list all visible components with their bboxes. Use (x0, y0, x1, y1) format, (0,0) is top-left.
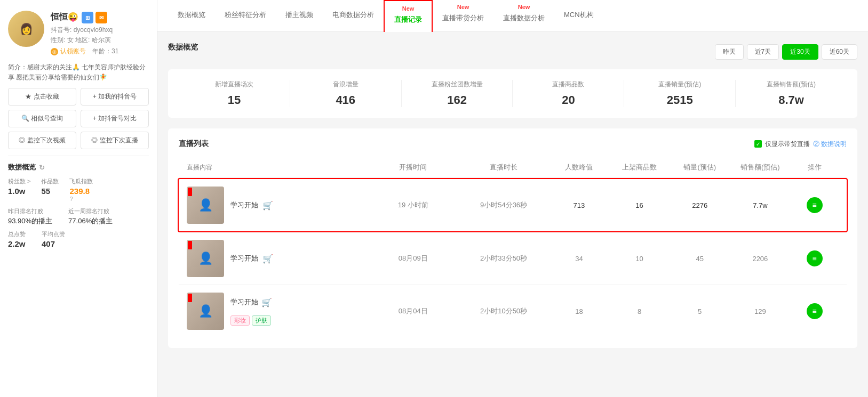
profile-gender-region: 性别: 女 地区: 哈尔滨 (51, 36, 118, 45)
grid-icon: ⊞ (82, 12, 93, 23)
row3-peak: 18 (549, 307, 609, 315)
row1-info: 学习开始 🛒 (230, 200, 273, 210)
card-new-lives: 新增直播场次 15 (179, 80, 290, 107)
row2-start-time: 08月09日 (368, 254, 458, 263)
row1-cart-icon: 🛒 (262, 200, 273, 210)
table-header: 直播内容 开播时间 直播时长 人数峰值 上架商品数 销量(预估) 销售额(预估)… (179, 157, 847, 178)
profile-age: 年龄：31 (92, 47, 118, 56)
profile-info: 恒恒😜 ⊞ ✉ 抖音号: dyocqvlo9hxq 性别: 女 地区: 哈尔滨 … (51, 11, 118, 56)
chat-icon: ✉ (95, 12, 107, 23)
monitor-live-button[interactable]: ◎ 监控下次直播 (81, 132, 149, 149)
tab-live-data[interactable]: New 直播数据分析 (493, 0, 554, 31)
data-overview-title: 数据概览 ↻ (8, 163, 149, 172)
row3-info: 学习开始 🛒 彩妆 护肤 (230, 297, 272, 326)
filter-yesterday[interactable]: 昨天 (715, 44, 744, 60)
header-action: 操作 (790, 163, 839, 172)
tab-broadcaster-videos[interactable]: 播主视频 (276, 0, 323, 31)
verified-circle-icon: ◎ (51, 48, 58, 55)
rank-section: 昨日排名打败 93.90%的播主 近一周排名打败 77.06%的播主 (8, 207, 149, 226)
live-records-new-badge: New (402, 5, 415, 12)
live-goods-new-badge: New (457, 4, 469, 10)
list-title: 直播列表 (179, 139, 209, 149)
tab-mcn[interactable]: MCN机构 (554, 0, 603, 31)
compare-button[interactable]: + 加抖音号对比 (81, 110, 149, 127)
flying-index-help-icon[interactable]: ? (69, 196, 93, 202)
monitor-video-button[interactable]: ◎ 监控下次视频 (8, 132, 76, 149)
row2-content: 👤 学习开始 🛒 (187, 240, 368, 277)
filter-7days[interactable]: 近7天 (747, 44, 779, 60)
avatar: 👩 (8, 11, 44, 47)
tab-live-records[interactable]: New 直播记录 (384, 0, 433, 32)
stats-row-1: 粉丝数 > 1.0w 作品数 55 飞瓜指数 239.8 ? (8, 177, 149, 202)
profile-section: 👩 恒恒😜 ⊞ ✉ 抖音号: dyocqvlo9hxq 性别: 女 地区: 哈尔… (8, 11, 149, 56)
filter-checkbox-icon[interactable]: ✓ (754, 140, 762, 148)
row1-peak: 713 (549, 201, 609, 209)
row2-thumb-placeholder: 👤 (187, 240, 224, 277)
header-content: 直播内容 (187, 163, 368, 172)
avg-likes: 平均点赞 407 (42, 230, 65, 248)
date-filter: 昨天 近7天 近30天 近60天 (715, 44, 857, 60)
row2-action-button[interactable]: ≡ (807, 250, 823, 266)
header-products: 上架商品数 (609, 163, 670, 172)
profile-name-row: 恒恒😜 ⊞ ✉ (51, 11, 118, 23)
header-sales: 销量(预估) (670, 163, 730, 172)
row2-cart-icon: 🛒 (262, 254, 273, 264)
row2-info: 学习开始 🛒 (230, 254, 273, 264)
card-products: 直播商品数 20 (513, 80, 624, 107)
week-rank: 近一周排名打败 77.06%的播主 (68, 207, 113, 226)
header-peak: 人数峰值 (549, 163, 609, 172)
data-explanation-link[interactable]: ② 数据说明 (813, 140, 847, 149)
row3-thumbnail: 👤 (187, 293, 224, 330)
row2-action[interactable]: ≡ (790, 250, 839, 266)
header-revenue: 销售额(预估) (730, 163, 790, 172)
row1-sales: 2276 (670, 201, 730, 209)
row1-action[interactable]: ≡ (790, 197, 839, 213)
fans-stat[interactable]: 粉丝数 > 1.0w (8, 177, 30, 202)
similar-search-button[interactable]: 🔍 相似号查询 (8, 110, 76, 127)
row1-red-mark (188, 188, 192, 196)
row3-action[interactable]: ≡ (790, 303, 839, 319)
list-header: 直播列表 ✓ 仅显示带货直播 ② 数据说明 (179, 139, 847, 149)
add-douyin-button[interactable]: + 加我的抖音号 (81, 88, 149, 106)
sidebar: 👩 恒恒😜 ⊞ ✉ 抖音号: dyocqvlo9hxq 性别: 女 地区: 哈尔… (0, 0, 157, 397)
row3-revenue: 129 (730, 307, 790, 315)
tab-live-goods[interactable]: New 直播带货分析 (433, 0, 493, 31)
action-grid: ★ 点击收藏 + 加我的抖音号 🔍 相似号查询 + 加抖音号对比 ◎ 监控下次视… (8, 88, 149, 149)
row1-content: 👤 学习开始 🛒 (187, 187, 368, 224)
row1-start-time: 19 小时前 (368, 200, 458, 210)
profile-douyin-id: 抖音号: dyocqvlo9hxq (51, 26, 118, 35)
tab-ecommerce[interactable]: 电商数据分析 (323, 0, 384, 31)
row3-thumb-placeholder: 👤 (187, 293, 224, 330)
nav-tabs: 数据概览 粉丝特征分析 播主视频 电商数据分析 New 直播记录 New 直播带… (157, 0, 868, 32)
row3-sales: 5 (670, 307, 730, 315)
card-audio-waves: 音浪增量 416 (290, 80, 402, 107)
live-data-new-badge: New (518, 4, 530, 10)
row3-tag-skincare: 护肤 (252, 315, 271, 326)
row3-content: 👤 学习开始 🛒 彩妆 护肤 (187, 293, 368, 330)
total-likes: 总点赞 2.2w (8, 230, 26, 248)
row3-duration: 2小时10分50秒 (458, 306, 549, 316)
tab-fans-analysis[interactable]: 粉丝特征分析 (215, 0, 276, 31)
overview-section-title: 数据概览 (168, 43, 198, 52)
profile-icons: ⊞ ✉ (82, 12, 107, 23)
row1-thumb-placeholder: 👤 (187, 187, 224, 224)
row2-duration: 2小时33分50秒 (458, 254, 549, 263)
verified-badge[interactable]: ◎ 认领账号 年龄：31 (51, 47, 118, 56)
flying-index-stat: 飞瓜指数 239.8 ? (69, 177, 93, 202)
row3-action-button[interactable]: ≡ (807, 303, 823, 319)
table-row: 👤 学习开始 🛒 08月09日 2小时33分50秒 34 10 45 2206 (179, 232, 847, 285)
filter-30days[interactable]: 近30天 (782, 44, 818, 60)
row1-action-button[interactable]: ≡ (807, 197, 823, 213)
refresh-icon[interactable]: ↻ (39, 164, 45, 172)
favorite-button[interactable]: ★ 点击收藏 (8, 88, 76, 106)
main-area: 数据概览 粉丝特征分析 播主视频 电商数据分析 New 直播记录 New 直播带… (157, 0, 868, 397)
row3-cart-icon: 🛒 (261, 297, 272, 307)
profile-bio: 简介：感谢大家的关注🙏 七年美容师护肤经验分享 愿把美丽分享给需要的仙女们🧚 (8, 62, 149, 83)
tab-data-overview[interactable]: 数据概览 (168, 0, 215, 31)
row2-products: 10 (609, 255, 670, 263)
row1-products: 16 (609, 201, 670, 209)
row1-thumbnail: 👤 (187, 187, 224, 224)
filter-60days[interactable]: 近60天 (822, 44, 857, 60)
header-duration: 直播时长 (458, 163, 549, 172)
row3-tags: 彩妆 护肤 (230, 314, 271, 326)
